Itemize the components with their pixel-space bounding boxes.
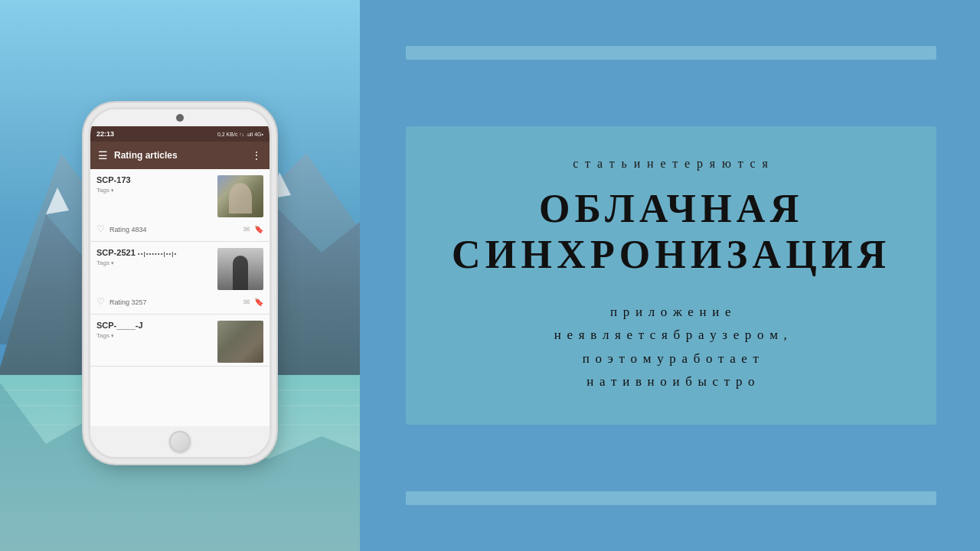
article-tags: Tags ▾	[96, 332, 217, 339]
phone-top	[90, 109, 270, 126]
app-content: SCP-173 Tags ▾ ♡ Rating 4834 ✉ 🔖	[90, 169, 270, 426]
rating-text: Rating 3257	[109, 298, 239, 306]
desc-line2: н е я в л я е т с я б р а у з е р о м ,	[452, 324, 890, 347]
article-thumbnail	[217, 321, 263, 363]
menu-icon[interactable]: ☰	[98, 149, 108, 162]
article-info: SCP-2521 ••|••••••|••|• Tags ▾	[96, 248, 217, 266]
article-title: SCP-2521 ••|••••••|••|•	[96, 248, 217, 257]
toolbar-title: Rating articles	[114, 150, 251, 161]
desc-line1: п р и л о ж е н и е	[452, 301, 890, 324]
status-bar: 22:13 0,2 KB/c ↑↓ .ull 4G▪️	[90, 126, 270, 142]
bookmark-icon[interactable]: 🔖	[254, 225, 263, 233]
main-title: ОБЛАЧНАЯ СИНХРОНИЗАЦИЯ	[452, 186, 890, 278]
article-footer: ♡ Rating 3257 ✉ 🔖	[90, 293, 270, 314]
article-tags: Tags ▾	[96, 187, 217, 194]
tags-label: Tags	[96, 332, 109, 339]
right-panel: с т а т ь и н е т е р я ю т с я ОБЛАЧНАЯ…	[360, 0, 980, 551]
info-card: с т а т ь и н е т е р я ю т с я ОБЛАЧНАЯ…	[406, 126, 936, 425]
article-info: SCP-173 Tags ▾	[96, 175, 217, 194]
main-title-line2: СИНХРОНИЗАЦИЯ	[452, 232, 890, 278]
envelope-icon[interactable]: ✉	[243, 298, 250, 306]
heart-icon[interactable]: ♡	[96, 296, 105, 308]
app-toolbar: ☰ Rating articles ⋮	[90, 142, 270, 169]
accent-bar-top	[406, 46, 936, 60]
dot-pattern: ••|••••••|••|•	[138, 250, 178, 257]
left-panel: 22:13 0,2 KB/c ↑↓ .ull 4G▪️ ☰ Rating art…	[0, 0, 360, 551]
phone-mockup: 22:13 0,2 KB/c ↑↓ .ull 4G▪️ ☰ Rating art…	[88, 107, 272, 459]
main-title-line1: ОБЛАЧНАЯ	[452, 186, 890, 232]
more-icon[interactable]: ⋮	[251, 149, 262, 162]
tags-label: Tags	[96, 259, 109, 266]
tags-arrow: ▾	[111, 187, 114, 194]
envelope-icon[interactable]: ✉	[243, 225, 250, 233]
description-text: п р и л о ж е н и е н е я в л я е т с я …	[452, 301, 890, 394]
article-item[interactable]: SCP-____-J Tags ▾	[90, 315, 270, 367]
article-thumbnail	[217, 175, 263, 217]
subtitle-top: с т а т ь и н е т е р я ю т с я	[452, 157, 890, 171]
article-title: SCP-173	[96, 175, 217, 184]
desc-line3: п о э т о м у р а б о т а е т	[452, 347, 890, 371]
tags-arrow: ▾	[111, 333, 114, 339]
phone-camera	[176, 114, 184, 122]
article-info: SCP-____-J Tags ▾	[96, 321, 217, 339]
bookmark-icon[interactable]: 🔖	[254, 298, 263, 306]
phone-body: 22:13 0,2 KB/c ↑↓ .ull 4G▪️ ☰ Rating art…	[88, 107, 272, 459]
article-item[interactable]: SCP-173 Tags ▾ ♡ Rating 4834 ✉ 🔖	[90, 169, 270, 242]
rating-text: Rating 4834	[109, 226, 239, 233]
heart-icon[interactable]: ♡	[96, 223, 105, 235]
home-button[interactable]	[169, 431, 191, 452]
desc-line4: н а т и в н о и б ы с т р о	[452, 370, 890, 394]
article-title: SCP-____-J	[96, 321, 217, 330]
article-footer: ♡ Rating 4834 ✉ 🔖	[90, 220, 270, 241]
article-thumbnail	[217, 248, 263, 290]
article-item[interactable]: SCP-2521 ••|••••••|••|• Tags ▾ ♡ R	[90, 242, 270, 315]
article-tags: Tags ▾	[96, 259, 217, 266]
status-icons: 0,2 KB/c ↑↓ .ull 4G▪️	[217, 132, 263, 137]
status-time: 22:13	[96, 130, 114, 138]
phone-bottom	[90, 426, 270, 457]
tags-label: Tags	[96, 187, 109, 194]
accent-bar-bottom	[406, 491, 936, 505]
tags-arrow: ▾	[111, 260, 114, 266]
